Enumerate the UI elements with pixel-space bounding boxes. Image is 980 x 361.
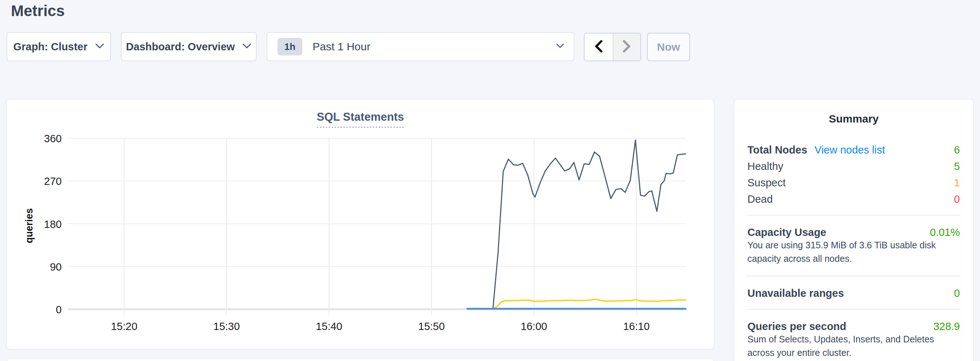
svg-text:360: 360	[44, 133, 62, 144]
next-time-button[interactable]	[612, 33, 641, 60]
view-nodes-list-link[interactable]: View nodes list	[815, 145, 885, 155]
next-chart-card	[6, 359, 714, 361]
healthy-value: 5	[954, 161, 960, 172]
suspect-label: Suspect	[748, 177, 786, 188]
dead-label: Dead	[748, 194, 773, 204]
summary-title: Summary	[748, 113, 960, 125]
divider	[748, 215, 960, 215]
chart-title[interactable]: SQL Statements	[317, 111, 404, 128]
healthy-label: Healthy	[748, 161, 783, 172]
graph-dropdown-label: Graph: Cluster	[13, 41, 87, 53]
svg-text:90: 90	[50, 261, 62, 273]
chevron-right-icon	[622, 40, 631, 54]
dead-nodes-row: Dead 0	[748, 194, 960, 204]
prev-time-button[interactable]	[585, 33, 612, 60]
capacity-usage-value: 0.01%	[930, 227, 960, 238]
svg-text:15:30: 15:30	[213, 320, 240, 332]
svg-text:15:50: 15:50	[418, 320, 445, 332]
unavailable-ranges-value: 0	[954, 288, 960, 299]
dead-value: 0	[954, 194, 960, 204]
page-title: Metrics	[11, 2, 65, 20]
svg-text:180: 180	[44, 218, 62, 230]
sql-statements-chart-card: 09018027036015:2015:3015:4015:5016:0016:…	[6, 99, 714, 349]
dashboard-dropdown[interactable]: Dashboard: Overview	[121, 32, 257, 61]
capacity-usage-label: Capacity Usage	[748, 227, 826, 238]
graph-dropdown[interactable]: Graph: Cluster	[6, 32, 111, 61]
total-nodes-value: 6	[954, 145, 960, 155]
time-range-selector[interactable]: 1h Past 1 Hour	[267, 32, 574, 61]
total-nodes-row: Total Nodes View nodes list 6	[748, 145, 960, 155]
time-range-label: Past 1 Hour	[313, 41, 556, 53]
svg-text:270: 270	[44, 176, 62, 187]
svg-text:0: 0	[56, 304, 62, 315]
chevron-down-icon	[242, 43, 251, 50]
svg-text:15:20: 15:20	[111, 320, 138, 332]
chevron-left-icon	[594, 40, 603, 54]
suspect-value: 1	[954, 177, 960, 188]
dashboard-dropdown-label: Dashboard: Overview	[126, 41, 235, 53]
healthy-nodes-row: Healthy 5	[748, 161, 960, 172]
unavailable-ranges-label: Unavailable ranges	[748, 288, 844, 299]
capacity-usage-description: You are using 315.9 MiB of 3.6 TiB usabl…	[748, 239, 960, 266]
now-button[interactable]: Now	[647, 33, 690, 61]
queries-per-second-row: Queries per second 328.9	[748, 321, 960, 332]
sql-statements-chart: 09018027036015:2015:3015:4015:5016:0016:…	[7, 100, 714, 340]
divider	[748, 309, 960, 310]
suspect-nodes-row: Suspect 1	[748, 177, 960, 188]
divider	[748, 276, 960, 276]
chevron-down-icon	[556, 43, 564, 50]
summary-panel: Summary Total Nodes View nodes list 6 He…	[734, 99, 974, 361]
queries-per-second-description: Sum of Selects, Updates, Inserts, and De…	[748, 332, 960, 359]
svg-text:16:10: 16:10	[623, 320, 650, 332]
svg-text:16:00: 16:00	[521, 320, 547, 332]
chevron-down-icon	[95, 43, 104, 50]
svg-text:15:40: 15:40	[316, 320, 342, 332]
capacity-usage-row: Capacity Usage 0.01%	[748, 227, 960, 238]
svg-text:queries: queries	[24, 208, 35, 243]
total-nodes-label: Total Nodes	[748, 145, 807, 155]
time-pager	[584, 33, 641, 61]
queries-per-second-label: Queries per second	[748, 321, 846, 332]
unavailable-ranges-row: Unavailable ranges 0	[748, 288, 960, 299]
queries-per-second-value: 328.9	[933, 321, 960, 332]
time-range-badge: 1h	[277, 38, 302, 55]
